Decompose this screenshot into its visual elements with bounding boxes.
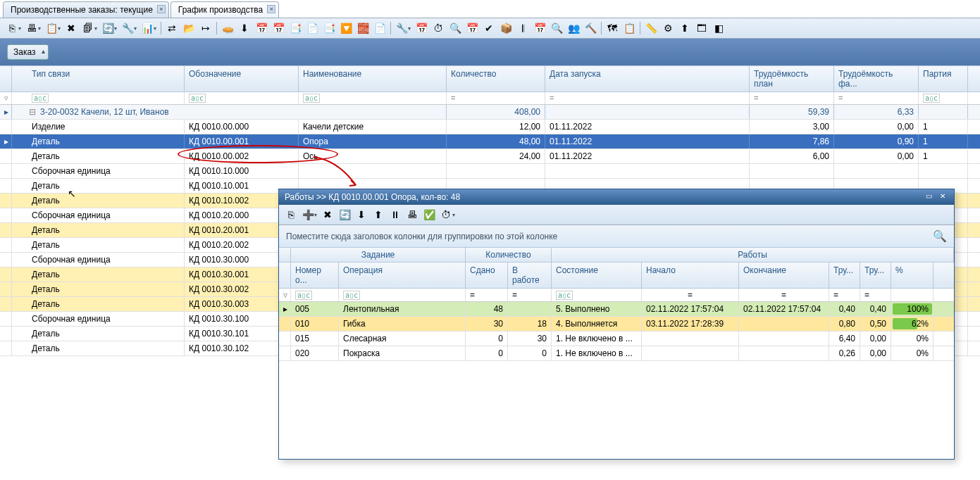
table-row[interactable]: Сборочная единицаКД 0010.10.000: [0, 164, 980, 179]
toolbar-button[interactable]: 📊: [139, 20, 155, 36]
toolbar-button[interactable]: 📂: [181, 20, 197, 36]
pcol-op[interactable]: Операция: [339, 263, 466, 288]
tab-orders[interactable]: Производственные заказы: текущие ×: [3, 1, 169, 18]
toolbar-button[interactable]: 🔍: [447, 20, 463, 36]
toolbar-button[interactable]: ➕: [300, 207, 316, 222]
dropdown-icon[interactable]: ▾: [134, 25, 138, 32]
toolbar-button[interactable]: 🗐: [80, 20, 96, 36]
toolbar-button[interactable]: 🔧: [394, 20, 409, 36]
toolbar-button[interactable]: 📑: [287, 20, 303, 36]
table-row[interactable]: ДетальКД 0010.00.002Ось24,0001.11.20226,…: [0, 149, 980, 164]
table-row[interactable]: 010Гибка30184. Выполняется03.11.2022 17:…: [279, 317, 954, 331]
toolbar-button[interactable]: ⬇: [354, 207, 369, 222]
pfilter-tr2[interactable]: =: [860, 289, 891, 301]
filter-date[interactable]: =: [545, 92, 750, 104]
filter-fact[interactable]: =: [834, 92, 919, 104]
toolbar-button[interactable]: ⎘: [4, 20, 20, 36]
pfilter-given[interactable]: =: [466, 289, 508, 301]
col-header-naim[interactable]: Наименование: [299, 66, 447, 91]
filter-indicator-icon[interactable]: ▿: [0, 92, 12, 104]
toolbar-button[interactable]: 📅: [254, 20, 269, 36]
dropdown-icon[interactable]: ▾: [94, 25, 99, 32]
search-icon[interactable]: 🔍: [933, 229, 947, 243]
col-header-party[interactable]: Партия: [919, 66, 968, 91]
popup-group-hint[interactable]: Поместите сюда заголовок колонки для гру…: [279, 225, 954, 248]
toolbar-button[interactable]: 📅: [532, 20, 547, 36]
toolbar-button[interactable]: 📏: [643, 20, 659, 36]
dropdown-icon[interactable]: ▾: [18, 25, 23, 32]
toolbar-button[interactable]: ↦: [198, 20, 213, 36]
pcol-pct[interactable]: %: [891, 263, 934, 288]
filter-party[interactable]: a▯c: [919, 92, 968, 104]
filter-qty[interactable]: =: [447, 92, 545, 104]
col-header-plan[interactable]: Трудоёмкость план: [750, 66, 834, 91]
toolbar-button[interactable]: ⏱: [438, 207, 454, 222]
filter-type[interactable]: a▯c: [12, 92, 185, 104]
pcol-end[interactable]: Окончание: [739, 263, 829, 288]
toolbar-button[interactable]: 🖶: [404, 207, 420, 222]
toolbar-button[interactable]: 🔄: [100, 20, 116, 36]
dropdown-icon[interactable]: ▾: [114, 25, 118, 32]
table-row[interactable]: ▸ДетальКД 0010.00.001Опора48,0001.11.202…: [0, 134, 980, 149]
pfilter-pct[interactable]: [891, 289, 934, 301]
dropdown-icon[interactable]: ▾: [38, 25, 42, 32]
toolbar-button[interactable]: ⚙: [660, 20, 676, 36]
pfilter-op[interactable]: a▯c: [339, 289, 466, 301]
filter-plan[interactable]: =: [750, 92, 834, 104]
col-header-qty[interactable]: Количество: [447, 66, 545, 91]
toolbar-button[interactable]: ⇄: [164, 20, 180, 36]
table-row[interactable]: 020Покраска001. Не включено в ...0,260,0…: [279, 346, 954, 361]
toolbar-button[interactable]: ✖: [63, 20, 79, 36]
pcol-tr1[interactable]: Тру...: [829, 263, 860, 288]
toolbar-button[interactable]: 🥧: [220, 20, 235, 36]
toolbar-button[interactable]: ✖: [320, 207, 335, 222]
table-row[interactable]: ▸005Лентопильная485. Выполнено02.11.2022…: [279, 302, 954, 317]
minimize-icon[interactable]: ▭: [923, 192, 934, 202]
group-panel[interactable]: Заказ: [0, 39, 980, 65]
col-header-type[interactable]: Тип связи: [12, 66, 185, 91]
toolbar-button[interactable]: ⎘: [283, 207, 299, 222]
toolbar-button[interactable]: 🔄: [337, 207, 352, 222]
pcol-tr2[interactable]: Тру...: [860, 263, 891, 288]
pcol-state[interactable]: Состояние: [552, 263, 642, 288]
toolbar-button[interactable]: 📅: [464, 20, 480, 36]
pcol-no[interactable]: Номер о...: [291, 263, 339, 288]
toolbar-button[interactable]: 🔍: [549, 20, 564, 36]
pfilter-state[interactable]: a▯c: [552, 289, 642, 301]
toolbar-button[interactable]: 🔨: [583, 20, 598, 36]
toolbar-button[interactable]: ✅: [421, 207, 437, 222]
close-icon[interactable]: ×: [157, 5, 166, 13]
pfilter-tr1[interactable]: =: [829, 289, 860, 301]
toolbar-button[interactable]: 📄: [372, 20, 387, 36]
col-header-fact[interactable]: Трудоёмкость фа...: [834, 66, 919, 91]
toolbar-button[interactable]: 𝄃: [515, 20, 531, 36]
toolbar-button[interactable]: ⬆: [677, 20, 693, 36]
toolbar-button[interactable]: 🗔: [694, 20, 709, 36]
toolbar-button[interactable]: ◧: [711, 20, 726, 36]
filter-indicator-icon[interactable]: ▿: [279, 289, 291, 301]
dropdown-icon[interactable]: ▾: [58, 25, 62, 32]
filter-obozn[interactable]: a▯c: [185, 92, 299, 104]
dropdown-icon[interactable]: ▾: [408, 25, 412, 32]
toolbar-button[interactable]: ⏱: [430, 20, 446, 36]
expand-icon[interactable]: ▸: [0, 105, 12, 119]
toolbar-button[interactable]: 🧱: [355, 20, 371, 36]
toolbar-button[interactable]: 📅: [414, 20, 429, 36]
close-icon[interactable]: ×: [267, 5, 275, 13]
pfilter-work[interactable]: =: [508, 289, 552, 301]
group-row[interactable]: ▸ ⊟3-20-0032 Качели, 12 шт, Иванов 408,0…: [0, 105, 980, 120]
group-chip-order[interactable]: Заказ: [7, 44, 49, 60]
toolbar-button[interactable]: 📑: [321, 20, 337, 36]
toolbar-button[interactable]: ⬆: [371, 207, 386, 222]
pfilter-no[interactable]: a▯c: [291, 289, 339, 301]
close-icon[interactable]: ✕: [937, 192, 948, 202]
tab-schedule[interactable]: График производства ×: [170, 1, 279, 18]
pcol-given[interactable]: Сдано: [466, 263, 508, 288]
dropdown-icon[interactable]: ▾: [314, 212, 318, 218]
col-header-obozn[interactable]: Обозначение: [185, 66, 299, 91]
pcol-start[interactable]: Начало: [642, 263, 739, 288]
toolbar-button[interactable]: 🖶: [24, 20, 39, 36]
toolbar-button[interactable]: ⏸: [387, 207, 403, 222]
pcol-work[interactable]: В работе: [508, 263, 552, 288]
toolbar-button[interactable]: 📄: [304, 20, 320, 36]
